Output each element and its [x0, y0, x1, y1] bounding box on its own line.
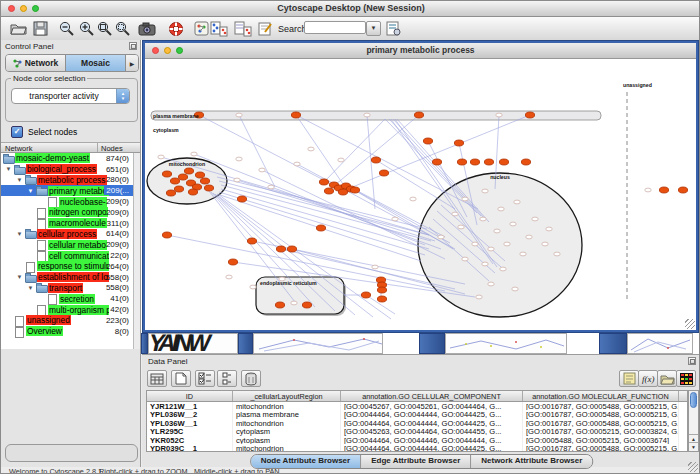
tree-item[interactable]: nitrogen compo209(0) — [1, 207, 133, 218]
window-resize-grip[interactable] — [688, 462, 698, 472]
expand-arrow[interactable]: ▼ — [14, 177, 25, 183]
expand-arrow[interactable]: ▼ — [14, 274, 25, 280]
tree-item[interactable]: cell communicat22(0) — [1, 250, 133, 261]
table-column-header[interactable]: _cellularLayoutRegion — [233, 391, 341, 401]
table-cell: YKR052C — [147, 436, 233, 445]
annotation-icon[interactable] — [256, 19, 275, 38]
background-window-thumbnail[interactable]: YAINW — [148, 333, 238, 354]
tree-item[interactable]: ▼cellular process614(0) — [1, 229, 133, 240]
tree-item[interactable]: cellular metabo209(0) — [1, 239, 133, 250]
import-table-icon[interactable] — [233, 19, 252, 38]
tree-item[interactable]: ▼biological_process651(0) — [1, 164, 133, 175]
network-view-window[interactable]: primary metabolic process plasma membran… — [143, 41, 698, 332]
float-panel-icon[interactable] — [129, 42, 137, 50]
selected-node — [184, 168, 193, 174]
tab-network[interactable]: Network — [6, 55, 66, 71]
selected-node — [350, 187, 359, 193]
tab-mosaic[interactable]: Mosaic — [66, 55, 126, 71]
table-column-header[interactable]: ID — [147, 391, 233, 401]
node — [500, 267, 506, 271]
background-window-edge[interactable] — [599, 333, 627, 354]
open-folder-icon[interactable] — [9, 19, 28, 38]
table-row[interactable]: YDR039C__1mitochondrion[GO:0044464, GO:0… — [147, 444, 687, 452]
zoom-in-icon[interactable] — [77, 19, 96, 38]
selected-node — [237, 196, 246, 202]
help-lifesaver-icon[interactable] — [166, 19, 185, 38]
zoom-selected-icon[interactable] — [113, 19, 132, 38]
attribute-checklist-icon[interactable] — [195, 370, 215, 387]
float-data-panel-icon[interactable] — [688, 357, 696, 365]
tree-item[interactable]: response to stimulu264(0) — [1, 261, 133, 272]
expand-arrow[interactable]: ▼ — [25, 285, 36, 291]
function-builder-icon[interactable]: f(x) — [638, 370, 658, 387]
snapshot-camera-icon[interactable] — [137, 19, 156, 38]
background-window-edge[interactable] — [141, 333, 148, 354]
selected-node — [423, 138, 432, 144]
scrollbar-thumb[interactable] — [690, 392, 697, 408]
zoom-fit-icon[interactable] — [95, 19, 114, 38]
background-window-thumbnail[interactable] — [627, 333, 693, 354]
network-canvas[interactable]: plasma membranecytoplasmmitochondrionnuc… — [145, 59, 696, 330]
view-resize-grip[interactable] — [685, 319, 695, 329]
table-row[interactable]: YLR295Ccytoplasm[GO:0045263, GO:0044464,… — [147, 427, 687, 436]
tree-item-count: 614(0) — [106, 229, 129, 238]
network-view-titlebar[interactable]: primary metabolic process — [145, 43, 696, 59]
import-network-icon[interactable] — [209, 19, 228, 38]
save-icon[interactable] — [31, 19, 50, 38]
search-input[interactable] — [304, 21, 366, 34]
expand-arrow[interactable]: ▼ — [14, 231, 25, 237]
zoom-out-icon[interactable] — [57, 19, 76, 38]
table-row[interactable]: YKR052Ccytoplasm[GO:0044464, GO:0044446,… — [147, 436, 687, 445]
table-row[interactable]: YPL036W__2plasma membrane[GO:0044464, GO… — [147, 410, 687, 419]
selected-node — [162, 232, 171, 238]
tree-item[interactable]: Overview8(0) — [1, 326, 133, 337]
create-attribute-icon[interactable] — [171, 370, 191, 387]
edge — [194, 154, 425, 245]
tree-item[interactable]: mosaic-demo-yeast874(0) — [1, 153, 133, 164]
tree-item[interactable]: ▼transport558(0) — [1, 283, 133, 294]
import-attributes-icon[interactable] — [657, 370, 677, 387]
expand-arrow[interactable]: ▼ — [3, 166, 14, 172]
expand-arrow[interactable]: ▼ — [25, 188, 36, 194]
attribute-list-icon[interactable] — [217, 370, 237, 387]
table-column-header[interactable]: annotation.GO MOLECULAR_FUNCTION — [523, 391, 679, 401]
search-dropdown-arrow[interactable]: ▼ — [366, 21, 381, 36]
tree-header[interactable]: Network Nodes — [1, 142, 140, 153]
attribute-grid-icon[interactable] — [147, 370, 167, 387]
table-row[interactable]: YPL036W__1mitochondrion[GO:0044464, GO:0… — [147, 419, 687, 428]
tree-item[interactable]: ▼metabolic process280(0) — [1, 175, 133, 186]
tree-item[interactable]: ▼establishment of lo558(0) — [1, 272, 133, 283]
tab-network-label: Network — [25, 58, 59, 68]
background-window-edge[interactable] — [419, 333, 445, 354]
background-window-edge[interactable] — [238, 333, 253, 354]
title-bar[interactable]: Cytoscape Desktop (New Session) — [1, 1, 700, 17]
folder-icon — [3, 154, 14, 163]
tab-overflow-arrow[interactable]: ▶ — [126, 55, 138, 71]
node — [462, 257, 468, 261]
status-pan-hint: Middle-click + drag to PAN — [194, 467, 280, 474]
search-settings-icon[interactable] — [384, 19, 403, 38]
scroll-down-arrow[interactable]: ▼ — [689, 442, 698, 451]
notepad-icon[interactable] — [619, 370, 639, 387]
tree-item[interactable]: nucleobase-209(0) — [1, 196, 133, 207]
table-cell: [GO:0044464, GO:0044444, GO:0044425, G..… — [341, 410, 523, 419]
delete-attribute-icon[interactable] — [241, 370, 261, 387]
table-scrollbar[interactable]: ▲ ▼ — [688, 390, 699, 452]
background-window-thumbnail[interactable] — [445, 333, 567, 354]
node-color-dropdown[interactable]: transporter activity ▲▼ — [11, 88, 130, 104]
heatmap-icon[interactable] — [676, 370, 696, 387]
select-nodes-checkbox[interactable]: ✓ — [11, 126, 23, 138]
table-column-header[interactable]: annotation.GO CELLULAR_COMPONENT — [341, 391, 523, 401]
tree-item[interactable]: ▼primary metabolic process209(... — [1, 185, 133, 196]
table-cell: [GO:0044464, GO:0044444, GO:0044425, G..… — [341, 444, 523, 452]
tree-item[interactable]: multi-organism pro42(0) — [1, 304, 133, 315]
tree-scrollbar[interactable] — [133, 153, 140, 349]
background-window-thumbnail[interactable] — [253, 333, 383, 354]
attribute-table[interactable]: ID_cellularLayoutRegionannotation.GO CEL… — [146, 390, 688, 452]
tree-item[interactable]: secretion41(0) — [1, 293, 133, 304]
node — [410, 197, 416, 201]
table-row[interactable]: YJR121W__1mitochondrion[GO:0045267, GO:0… — [147, 402, 687, 411]
node — [542, 242, 548, 246]
tree-item[interactable]: macromolecule311(0) — [1, 218, 133, 229]
tree-item[interactable]: unassigned223(0) — [1, 315, 133, 326]
